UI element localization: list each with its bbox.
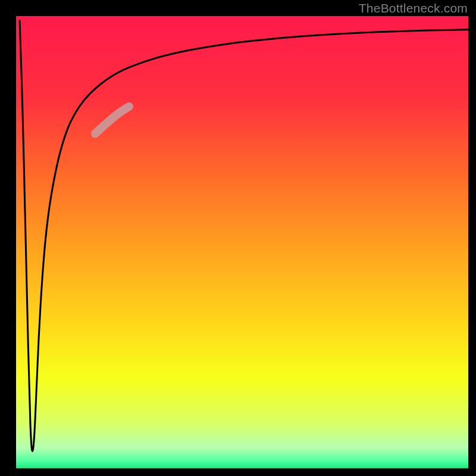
chart-stage: TheBottleneck.com (0, 0, 476, 476)
svg-rect-0 (16, 16, 468, 468)
watermark-text: TheBottleneck.com (359, 1, 468, 15)
plot-area (16, 16, 468, 468)
gradient-background (16, 16, 468, 468)
